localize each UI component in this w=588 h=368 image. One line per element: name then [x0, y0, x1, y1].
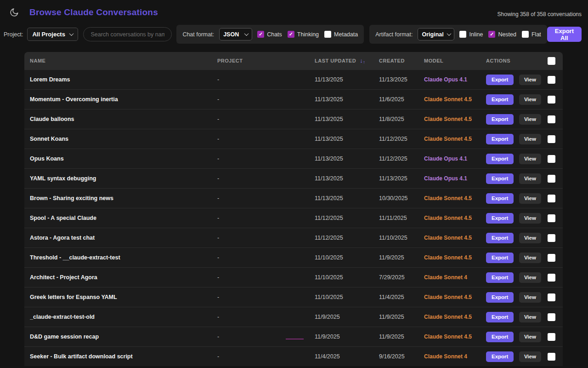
- export-all-button[interactable]: Export All: [547, 27, 582, 42]
- row-checkbox[interactable]: [548, 76, 555, 84]
- conversation-created: 11/12/2025: [379, 136, 424, 142]
- conversation-last-updated: 11/13/2025: [315, 175, 379, 182]
- conversation-name: Spool - A special Claude: [30, 215, 217, 221]
- conversation-last-updated: 11/10/2025: [315, 294, 379, 300]
- row-checkbox[interactable]: [548, 313, 555, 321]
- conversation-model: Claude Opus 4.1: [424, 76, 486, 83]
- view-button[interactable]: View: [519, 114, 541, 125]
- chat-option-list: Chats Thinking Metadata: [257, 31, 358, 38]
- row-checkbox[interactable]: [548, 234, 555, 242]
- table-body: Lorem Dreams - 11/13/2025 11/13/2025 Cla…: [24, 69, 563, 366]
- view-button[interactable]: View: [519, 272, 541, 283]
- filter-checkbox[interactable]: Nested: [488, 31, 516, 38]
- chat-format-select[interactable]: JSON: [219, 28, 252, 40]
- row-checkbox[interactable]: [548, 175, 555, 183]
- export-button[interactable]: Export: [486, 233, 514, 243]
- row-checkbox[interactable]: [548, 214, 555, 222]
- export-button[interactable]: Export: [486, 332, 514, 342]
- conversation-name: Sonnet Koans: [30, 136, 217, 142]
- export-button[interactable]: Export: [486, 253, 514, 263]
- filter-checkbox[interactable]: Flat: [522, 31, 541, 38]
- view-button[interactable]: View: [519, 351, 541, 362]
- conversation-last-updated: 11/13/2025: [315, 76, 379, 83]
- project-select[interactable]: All Projects: [27, 28, 78, 41]
- view-button[interactable]: View: [519, 193, 541, 204]
- row-checkbox[interactable]: [548, 353, 555, 361]
- column-header-last-updated[interactable]: LAST UPDATED↓↑: [315, 57, 379, 64]
- export-button[interactable]: Export: [486, 94, 514, 105]
- sort-indicator-icon: ↓↑: [360, 58, 365, 63]
- view-button[interactable]: View: [519, 332, 541, 342]
- conversation-created: 11/8/2025: [379, 116, 424, 122]
- conversation-created: 11/13/2025: [379, 175, 424, 182]
- view-button[interactable]: View: [519, 253, 541, 263]
- conversation-name: Astora - Agora test chat: [30, 235, 217, 241]
- column-header-actions: ACTIONS: [486, 58, 548, 63]
- filter-checkbox[interactable]: Metadata: [324, 31, 358, 38]
- table-row: Claude balloons - 11/13/2025 11/8/2025 C…: [24, 109, 563, 129]
- export-button[interactable]: Export: [486, 134, 514, 144]
- conversation-last-updated: 11/9/2025: [315, 314, 379, 320]
- view-button[interactable]: View: [519, 312, 541, 322]
- top-bar: Browse Claude Conversations Showing 358 …: [0, 0, 588, 17]
- filter-checkbox[interactable]: Inline: [459, 31, 483, 38]
- conversation-project: -: [217, 353, 315, 360]
- artifact-format-value: Original: [422, 31, 443, 38]
- artifact-format-select[interactable]: Original: [418, 28, 454, 40]
- export-button[interactable]: Export: [486, 154, 514, 164]
- conversation-created: 11/11/2025: [379, 215, 424, 221]
- filter-checkbox[interactable]: Chats: [257, 31, 282, 38]
- row-actions: Export View: [486, 173, 548, 184]
- row-checkbox[interactable]: [548, 293, 555, 301]
- row-checkbox[interactable]: [548, 155, 555, 163]
- row-actions: Export View: [486, 213, 548, 224]
- conversation-model: Claude Sonnet 4.5: [424, 235, 486, 241]
- conversation-model: Claude Sonnet 4.5: [424, 334, 486, 340]
- column-header-created: CREATED: [379, 58, 424, 63]
- conversation-name: Threshold - __claude-extract-test: [30, 254, 217, 261]
- export-button[interactable]: Export: [486, 114, 514, 125]
- artifact-format-group: Artifact format: Original Inline Nested …: [369, 25, 547, 44]
- select-all-checkbox[interactable]: [548, 57, 555, 65]
- row-checkbox[interactable]: [548, 135, 555, 143]
- conversation-model: Claude Sonnet 4.5: [424, 116, 486, 122]
- view-button[interactable]: View: [519, 75, 541, 85]
- view-button[interactable]: View: [519, 173, 541, 184]
- row-checkbox[interactable]: [548, 96, 555, 104]
- export-button[interactable]: Export: [486, 213, 514, 224]
- view-button[interactable]: View: [519, 154, 541, 164]
- checkbox-label: Flat: [531, 31, 541, 38]
- row-actions: Export View: [486, 332, 548, 342]
- export-button[interactable]: Export: [486, 272, 514, 283]
- selection-artifact-line: [286, 339, 304, 339]
- view-button[interactable]: View: [519, 292, 541, 303]
- filter-checkbox[interactable]: Thinking: [288, 31, 319, 38]
- view-button[interactable]: View: [519, 134, 541, 144]
- view-button[interactable]: View: [519, 94, 541, 105]
- row-checkbox[interactable]: [548, 254, 555, 262]
- row-checkbox[interactable]: [548, 333, 555, 341]
- row-actions: Export View: [486, 253, 548, 263]
- project-filter-label: Project:: [4, 31, 23, 38]
- view-button[interactable]: View: [519, 233, 541, 243]
- conversation-last-updated: 11/10/2025: [315, 254, 379, 261]
- export-button[interactable]: Export: [486, 75, 514, 85]
- checkbox-box: [288, 31, 294, 38]
- conversation-created: 11/10/2025: [379, 235, 424, 241]
- view-button[interactable]: View: [519, 213, 541, 224]
- row-checkbox[interactable]: [548, 195, 555, 202]
- conversation-name: _claude-extract-test-old: [30, 314, 217, 320]
- export-button[interactable]: Export: [486, 173, 514, 184]
- search-input[interactable]: [83, 27, 172, 41]
- row-checkbox[interactable]: [548, 115, 555, 123]
- conversation-name: Momentum - Overcoming inertia: [30, 96, 217, 103]
- showing-count: Showing 358 of 358 conversations: [498, 11, 582, 17]
- dark-mode-toggle-moon-icon[interactable]: [9, 7, 19, 17]
- export-button[interactable]: Export: [486, 292, 514, 303]
- conversation-project: -: [217, 155, 315, 162]
- export-button[interactable]: Export: [486, 312, 514, 322]
- export-button[interactable]: Export: [486, 193, 514, 204]
- export-button[interactable]: Export: [486, 351, 514, 362]
- row-checkbox[interactable]: [548, 274, 555, 282]
- chat-format-label: Chat format:: [182, 31, 214, 38]
